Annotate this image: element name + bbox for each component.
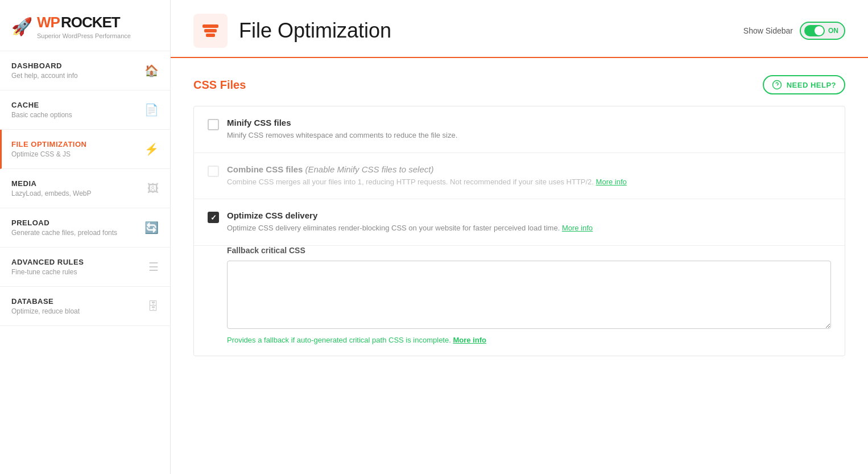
sidebar-item-preload[interactable]: PRELOAD Generate cache files, preload fo…	[0, 208, 170, 248]
sidebar-toggle[interactable]: ON	[800, 22, 845, 40]
dashboard-icon: 🏠	[144, 64, 159, 77]
fallback-more-info-link[interactable]: More info	[453, 336, 486, 344]
logo-icon: 🚀	[11, 17, 32, 36]
logo-rocket: ROCKET	[61, 14, 120, 31]
content-area: CSS Files NEED HELP? Minify CSS files Mi…	[171, 58, 868, 373]
setting-row-minify-css: Minify CSS files Minify CSS removes whit…	[194, 106, 845, 153]
preload-icon: 🔄	[144, 221, 159, 234]
advanced-rules-icon: ☰	[148, 260, 159, 274]
logo-wp: WP	[37, 14, 60, 31]
sidebar: 🚀 WP ROCKET Superior WordPress Performan…	[0, 0, 171, 474]
fallback-section: Fallback critical CSS Provides a fallbac…	[194, 246, 845, 356]
setting-row-optimize-css: Optimize CSS delivery Optimize CSS deliv…	[194, 199, 845, 246]
fallback-textarea[interactable]	[227, 261, 831, 329]
fallback-hint: Provides a fallback if auto-generated cr…	[227, 336, 831, 344]
combine-css-more-info-link[interactable]: More info	[596, 178, 627, 186]
nav-items: DASHBOARD Get help, account info 🏠 CACHE…	[0, 51, 170, 474]
main-header: File Optimization Show Sidebar ON	[171, 0, 868, 58]
minify-css-checkbox[interactable]	[208, 119, 219, 130]
database-icon: 🗄	[147, 300, 159, 313]
minify-css-name: Minify CSS files	[227, 118, 831, 127]
page-title: File Optimization	[239, 19, 391, 43]
sidebar-item-file-optimization[interactable]: FILE OPTIMIZATION Optimize CSS & JS ⚡	[0, 130, 170, 169]
logo: 🚀 WP ROCKET Superior WordPress Performan…	[11, 14, 159, 39]
section-header: CSS Files NEED HELP?	[193, 75, 845, 94]
optimize-css-more-info-link[interactable]: More info	[562, 224, 593, 232]
fallback-label: Fallback critical CSS	[227, 246, 831, 255]
combine-css-checkbox[interactable]	[208, 166, 219, 177]
minify-css-desc: Minify CSS removes whitespace and commen…	[227, 130, 831, 141]
main-content: File Optimization Show Sidebar ON CSS Fi…	[171, 0, 868, 474]
settings-card: Minify CSS files Minify CSS removes whit…	[193, 106, 845, 356]
show-sidebar-label: Show Sidebar	[743, 26, 793, 35]
sidebar-item-media[interactable]: MEDIA LazyLoad, embeds, WebP 🖼	[0, 169, 170, 208]
cache-icon: 📄	[144, 103, 159, 117]
combine-css-name: Combine CSS files (Enable Minify CSS fil…	[227, 164, 831, 174]
help-icon	[772, 80, 782, 90]
need-help-label: NEED HELP?	[787, 81, 836, 89]
header-icon-box	[193, 14, 228, 48]
combine-css-desc: Combine CSS merges all your files into 1…	[227, 176, 831, 188]
sidebar-item-cache[interactable]: CACHE Basic cache options 📄	[0, 90, 170, 130]
layers-icon	[202, 24, 218, 37]
section-title: CSS Files	[193, 79, 246, 92]
logo-area: 🚀 WP ROCKET Superior WordPress Performan…	[0, 0, 170, 51]
setting-row-combine-css: Combine CSS files (Enable Minify CSS fil…	[194, 153, 845, 200]
optimize-css-name: Optimize CSS delivery	[227, 211, 831, 220]
toggle-label: ON	[828, 27, 838, 35]
file-optimization-icon: ⚡	[144, 142, 159, 156]
logo-tagline: Superior WordPress Performance	[37, 32, 131, 39]
sidebar-item-dashboard[interactable]: DASHBOARD Get help, account info 🏠	[0, 51, 170, 90]
sidebar-item-database[interactable]: DATABASE Optimize, reduce bloat 🗄	[0, 287, 170, 326]
media-icon: 🖼	[147, 182, 159, 195]
optimize-css-desc: Optimize CSS delivery eliminates render-…	[227, 222, 831, 234]
need-help-button[interactable]: NEED HELP?	[763, 75, 845, 94]
optimize-css-checkbox[interactable]	[208, 212, 219, 223]
sidebar-item-advanced-rules[interactable]: ADVANCED RULES Fine-tune cache rules ☰	[0, 248, 170, 287]
